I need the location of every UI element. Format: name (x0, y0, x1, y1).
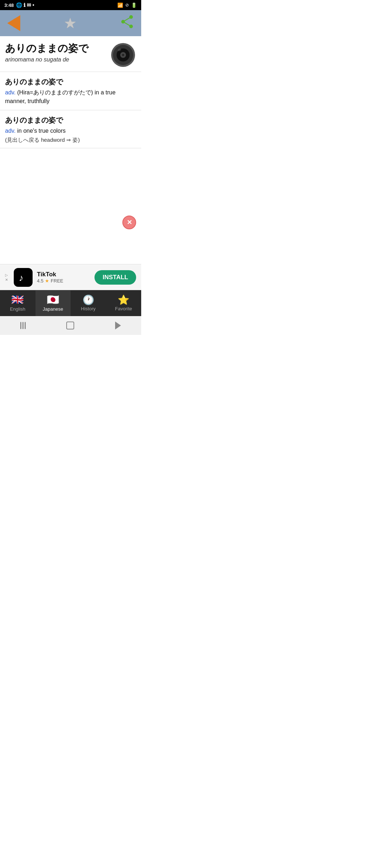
word-romaji: arinomama no sugata de (5, 56, 110, 63)
share-button[interactable] (120, 15, 134, 31)
svg-point-9 (122, 54, 124, 56)
word-title: ありのままの姿で (5, 42, 110, 55)
no-icon: ⊘ (125, 3, 129, 8)
status-bar: 3:48 🌐 ℹ ✉ • 📶 ⊘ 🔋 (0, 0, 141, 10)
status-left: 3:48 🌐 ℹ ✉ • (4, 2, 34, 8)
back-nav-button[interactable] (115, 322, 121, 329)
def-text-1: (Hira=ありのままのすがたで) in a true manner, trut… (5, 89, 115, 104)
menu-button[interactable] (20, 322, 26, 329)
scrollable-content[interactable]: ありのままの姿で arinomama no sugata de (0, 36, 141, 264)
ad-price: FREE (51, 278, 63, 284)
ad-labels: ▷ ✕ (5, 273, 9, 282)
ad-label-icon: ▷ (5, 273, 8, 277)
ad-app-name: TikTok (37, 271, 90, 278)
ad-info: TikTok 4.5 ★ FREE (37, 271, 90, 284)
system-nav-bar (0, 316, 141, 335)
favorite-star-icon: ⭐ (118, 295, 129, 305)
home-button[interactable] (66, 322, 74, 329)
ad-banner: ▷ ✕ ♪ TikTok 4.5 ★ FREE INSTALL (0, 264, 141, 290)
tab-history[interactable]: 🕐 History (71, 290, 106, 316)
pos-label-1: adv. (5, 89, 16, 95)
speaker-button[interactable] (110, 42, 136, 68)
app-wrapper: 3:48 🌐 ℹ ✉ • 📶 ⊘ 🔋 ★ (0, 0, 141, 335)
def-word-2: ありのままの姿で (5, 115, 136, 125)
content-area: ありのままの姿で arinomama no sugata de (0, 36, 141, 290)
japanese-flag-icon: 🇯🇵 (47, 295, 59, 305)
def-word-1: ありのままの姿で (5, 77, 136, 87)
install-button[interactable]: INSTALL (94, 270, 136, 285)
tab-english-label: English (10, 306, 25, 312)
tiktok-app-icon: ♪ (14, 268, 33, 287)
tab-english[interactable]: 🇬🇧 English (0, 290, 35, 316)
wifi-icon: 📶 (117, 3, 123, 8)
word-header: ありのままの姿で arinomama no sugata de (0, 36, 141, 72)
english-flag-icon: 🇬🇧 (11, 295, 24, 305)
battery-icon: 🔋 (131, 3, 137, 8)
svg-text:♪: ♪ (19, 272, 24, 283)
def-text-2: in one's true colors (17, 128, 66, 134)
ad-close-button[interactable] (122, 216, 136, 229)
svg-line-3 (123, 17, 131, 22)
ad-close-label: ✕ (5, 278, 8, 282)
def-body-2: adv. in one's true colors (5, 127, 136, 135)
ad-rating: 4.5 (37, 278, 43, 284)
status-right: 📶 ⊘ 🔋 (117, 3, 137, 8)
tab-japanese[interactable]: 🇯🇵 Japanese (35, 290, 71, 316)
top-nav-bar: ★ (0, 10, 141, 36)
word-header-text: ありのままの姿で arinomama no sugata de (5, 42, 110, 63)
def-body-1: adv. (Hira=ありのままのすがたで) in a true manner,… (5, 88, 136, 106)
bottom-tab-bar: 🇬🇧 English 🇯🇵 Japanese 🕐 History ⭐ Favor… (0, 290, 141, 316)
back-button[interactable] (7, 15, 20, 31)
tab-favorite[interactable]: ⭐ Favorite (106, 290, 142, 316)
history-clock-icon: 🕐 (83, 295, 94, 305)
tab-japanese-label: Japanese (43, 306, 63, 312)
pos-label-2: adv. (5, 128, 16, 134)
definition-entry-1: ありのままの姿で adv. (Hira=ありのままのすがたで) in a tru… (0, 72, 141, 110)
tab-history-label: History (81, 306, 96, 311)
ad-star: ★ (45, 278, 49, 284)
status-icons: 🌐 ℹ ✉ • (16, 2, 34, 8)
ad-sub-info: 4.5 ★ FREE (37, 278, 90, 284)
time-display: 3:48 (4, 3, 14, 8)
content-spacer (0, 148, 141, 264)
star-button[interactable]: ★ (64, 16, 77, 30)
definition-entry-2: ありのままの姿で adv. in one's true colors (見出しへ… (0, 110, 141, 148)
def-note-2: (見出しへ戻る headword ⇒ 姿) (5, 137, 136, 144)
tab-favorite-label: Favorite (115, 306, 132, 311)
svg-line-4 (123, 22, 131, 26)
